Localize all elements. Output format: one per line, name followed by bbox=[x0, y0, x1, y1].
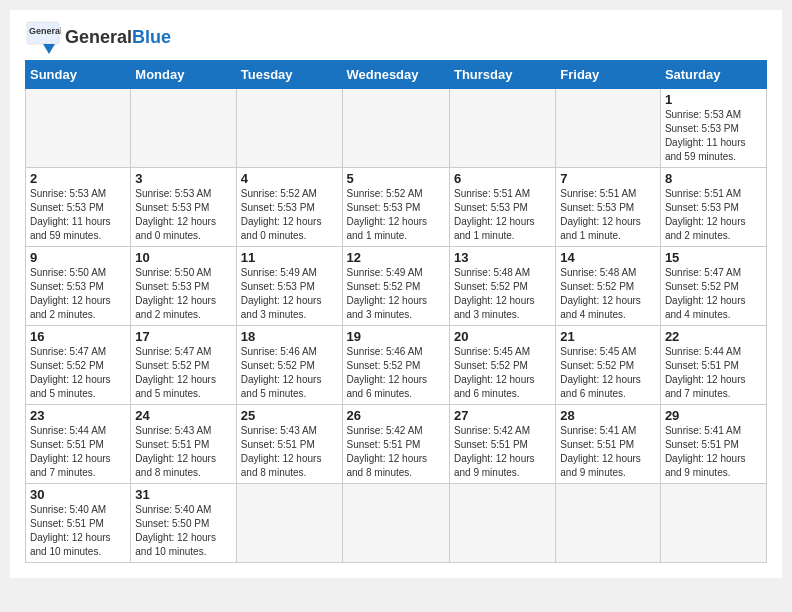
weekday-friday: Friday bbox=[556, 61, 661, 89]
day-number: 11 bbox=[241, 250, 338, 265]
week-row-2: 9Sunrise: 5:50 AM Sunset: 5:53 PM Daylig… bbox=[26, 247, 767, 326]
day-cell: 13Sunrise: 5:48 AM Sunset: 5:52 PM Dayli… bbox=[449, 247, 555, 326]
day-cell bbox=[449, 484, 555, 563]
day-info: Sunrise: 5:42 AM Sunset: 5:51 PM Dayligh… bbox=[347, 424, 445, 480]
day-cell: 3Sunrise: 5:53 AM Sunset: 5:53 PM Daylig… bbox=[131, 168, 236, 247]
day-number: 31 bbox=[135, 487, 231, 502]
day-cell: 20Sunrise: 5:45 AM Sunset: 5:52 PM Dayli… bbox=[449, 326, 555, 405]
day-number: 23 bbox=[30, 408, 126, 423]
weekday-tuesday: Tuesday bbox=[236, 61, 342, 89]
day-cell: 27Sunrise: 5:42 AM Sunset: 5:51 PM Dayli… bbox=[449, 405, 555, 484]
day-number: 25 bbox=[241, 408, 338, 423]
day-cell: 25Sunrise: 5:43 AM Sunset: 5:51 PM Dayli… bbox=[236, 405, 342, 484]
week-row-0: 1Sunrise: 5:53 AM Sunset: 5:53 PM Daylig… bbox=[26, 89, 767, 168]
day-info: Sunrise: 5:46 AM Sunset: 5:52 PM Dayligh… bbox=[347, 345, 445, 401]
day-info: Sunrise: 5:47 AM Sunset: 5:52 PM Dayligh… bbox=[665, 266, 762, 322]
day-cell: 29Sunrise: 5:41 AM Sunset: 5:51 PM Dayli… bbox=[660, 405, 766, 484]
calendar-page: General GeneralBlue SundayMondayTuesdayW… bbox=[10, 10, 782, 578]
day-number: 22 bbox=[665, 329, 762, 344]
week-row-1: 2Sunrise: 5:53 AM Sunset: 5:53 PM Daylig… bbox=[26, 168, 767, 247]
day-number: 10 bbox=[135, 250, 231, 265]
weekday-header-row: SundayMondayTuesdayWednesdayThursdayFrid… bbox=[26, 61, 767, 89]
day-info: Sunrise: 5:44 AM Sunset: 5:51 PM Dayligh… bbox=[30, 424, 126, 480]
day-number: 27 bbox=[454, 408, 551, 423]
day-info: Sunrise: 5:51 AM Sunset: 5:53 PM Dayligh… bbox=[665, 187, 762, 243]
day-cell bbox=[660, 484, 766, 563]
day-number: 21 bbox=[560, 329, 656, 344]
day-number: 29 bbox=[665, 408, 762, 423]
day-cell bbox=[449, 89, 555, 168]
day-number: 12 bbox=[347, 250, 445, 265]
day-info: Sunrise: 5:53 AM Sunset: 5:53 PM Dayligh… bbox=[135, 187, 231, 243]
day-info: Sunrise: 5:49 AM Sunset: 5:53 PM Dayligh… bbox=[241, 266, 338, 322]
day-number: 7 bbox=[560, 171, 656, 186]
header: General GeneralBlue bbox=[25, 20, 767, 56]
weekday-thursday: Thursday bbox=[449, 61, 555, 89]
day-cell: 2Sunrise: 5:53 AM Sunset: 5:53 PM Daylig… bbox=[26, 168, 131, 247]
weekday-monday: Monday bbox=[131, 61, 236, 89]
day-cell: 30Sunrise: 5:40 AM Sunset: 5:51 PM Dayli… bbox=[26, 484, 131, 563]
day-cell: 12Sunrise: 5:49 AM Sunset: 5:52 PM Dayli… bbox=[342, 247, 449, 326]
day-info: Sunrise: 5:53 AM Sunset: 5:53 PM Dayligh… bbox=[665, 108, 762, 164]
day-info: Sunrise: 5:53 AM Sunset: 5:53 PM Dayligh… bbox=[30, 187, 126, 243]
day-info: Sunrise: 5:40 AM Sunset: 5:50 PM Dayligh… bbox=[135, 503, 231, 559]
day-number: 3 bbox=[135, 171, 231, 186]
day-info: Sunrise: 5:50 AM Sunset: 5:53 PM Dayligh… bbox=[135, 266, 231, 322]
day-info: Sunrise: 5:45 AM Sunset: 5:52 PM Dayligh… bbox=[560, 345, 656, 401]
day-number: 1 bbox=[665, 92, 762, 107]
weekday-saturday: Saturday bbox=[660, 61, 766, 89]
day-number: 15 bbox=[665, 250, 762, 265]
day-cell: 9Sunrise: 5:50 AM Sunset: 5:53 PM Daylig… bbox=[26, 247, 131, 326]
day-cell: 11Sunrise: 5:49 AM Sunset: 5:53 PM Dayli… bbox=[236, 247, 342, 326]
day-info: Sunrise: 5:45 AM Sunset: 5:52 PM Dayligh… bbox=[454, 345, 551, 401]
day-number: 14 bbox=[560, 250, 656, 265]
day-info: Sunrise: 5:51 AM Sunset: 5:53 PM Dayligh… bbox=[454, 187, 551, 243]
day-cell: 6Sunrise: 5:51 AM Sunset: 5:53 PM Daylig… bbox=[449, 168, 555, 247]
day-cell: 16Sunrise: 5:47 AM Sunset: 5:52 PM Dayli… bbox=[26, 326, 131, 405]
day-cell bbox=[131, 89, 236, 168]
day-cell: 14Sunrise: 5:48 AM Sunset: 5:52 PM Dayli… bbox=[556, 247, 661, 326]
day-info: Sunrise: 5:52 AM Sunset: 5:53 PM Dayligh… bbox=[241, 187, 338, 243]
day-info: Sunrise: 5:41 AM Sunset: 5:51 PM Dayligh… bbox=[560, 424, 656, 480]
day-cell bbox=[342, 484, 449, 563]
day-cell: 19Sunrise: 5:46 AM Sunset: 5:52 PM Dayli… bbox=[342, 326, 449, 405]
day-cell bbox=[556, 484, 661, 563]
day-cell: 5Sunrise: 5:52 AM Sunset: 5:53 PM Daylig… bbox=[342, 168, 449, 247]
day-number: 16 bbox=[30, 329, 126, 344]
day-cell bbox=[236, 89, 342, 168]
day-cell: 26Sunrise: 5:42 AM Sunset: 5:51 PM Dayli… bbox=[342, 405, 449, 484]
day-cell: 31Sunrise: 5:40 AM Sunset: 5:50 PM Dayli… bbox=[131, 484, 236, 563]
day-info: Sunrise: 5:40 AM Sunset: 5:51 PM Dayligh… bbox=[30, 503, 126, 559]
day-number: 13 bbox=[454, 250, 551, 265]
day-cell: 17Sunrise: 5:47 AM Sunset: 5:52 PM Dayli… bbox=[131, 326, 236, 405]
weekday-wednesday: Wednesday bbox=[342, 61, 449, 89]
day-number: 20 bbox=[454, 329, 551, 344]
week-row-5: 30Sunrise: 5:40 AM Sunset: 5:51 PM Dayli… bbox=[26, 484, 767, 563]
logo: General GeneralBlue bbox=[25, 20, 171, 56]
day-number: 18 bbox=[241, 329, 338, 344]
day-number: 9 bbox=[30, 250, 126, 265]
calendar-table: SundayMondayTuesdayWednesdayThursdayFrid… bbox=[25, 60, 767, 563]
day-info: Sunrise: 5:44 AM Sunset: 5:51 PM Dayligh… bbox=[665, 345, 762, 401]
day-info: Sunrise: 5:43 AM Sunset: 5:51 PM Dayligh… bbox=[241, 424, 338, 480]
day-number: 26 bbox=[347, 408, 445, 423]
day-info: Sunrise: 5:48 AM Sunset: 5:52 PM Dayligh… bbox=[454, 266, 551, 322]
day-cell: 1Sunrise: 5:53 AM Sunset: 5:53 PM Daylig… bbox=[660, 89, 766, 168]
day-cell: 18Sunrise: 5:46 AM Sunset: 5:52 PM Dayli… bbox=[236, 326, 342, 405]
svg-text:General: General bbox=[29, 26, 61, 36]
day-cell: 10Sunrise: 5:50 AM Sunset: 5:53 PM Dayli… bbox=[131, 247, 236, 326]
day-info: Sunrise: 5:52 AM Sunset: 5:53 PM Dayligh… bbox=[347, 187, 445, 243]
day-cell: 8Sunrise: 5:51 AM Sunset: 5:53 PM Daylig… bbox=[660, 168, 766, 247]
day-number: 6 bbox=[454, 171, 551, 186]
day-cell: 7Sunrise: 5:51 AM Sunset: 5:53 PM Daylig… bbox=[556, 168, 661, 247]
svg-marker-2 bbox=[43, 44, 55, 54]
day-number: 30 bbox=[30, 487, 126, 502]
day-info: Sunrise: 5:46 AM Sunset: 5:52 PM Dayligh… bbox=[241, 345, 338, 401]
day-info: Sunrise: 5:47 AM Sunset: 5:52 PM Dayligh… bbox=[135, 345, 231, 401]
day-cell: 21Sunrise: 5:45 AM Sunset: 5:52 PM Dayli… bbox=[556, 326, 661, 405]
day-info: Sunrise: 5:43 AM Sunset: 5:51 PM Dayligh… bbox=[135, 424, 231, 480]
day-info: Sunrise: 5:48 AM Sunset: 5:52 PM Dayligh… bbox=[560, 266, 656, 322]
day-cell bbox=[236, 484, 342, 563]
day-info: Sunrise: 5:51 AM Sunset: 5:53 PM Dayligh… bbox=[560, 187, 656, 243]
day-info: Sunrise: 5:49 AM Sunset: 5:52 PM Dayligh… bbox=[347, 266, 445, 322]
